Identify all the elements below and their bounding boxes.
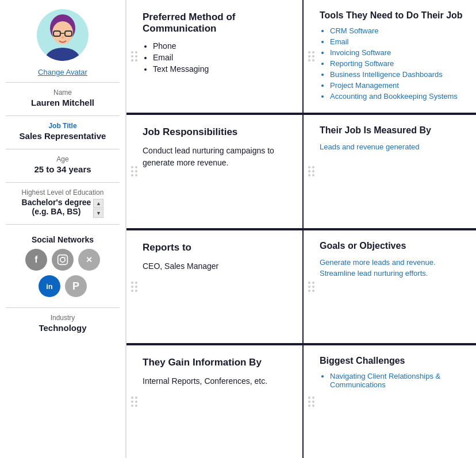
svg-point-8 [60, 257, 65, 262]
divider-3 [6, 149, 120, 149]
tools-list: CRM Software Email Invoicing Software Re… [320, 26, 465, 101]
r-drag-handle-3[interactable] [308, 282, 314, 292]
comm-card-title: Preferred Method of Communication [143, 11, 291, 34]
drag-handle-4[interactable] [131, 397, 137, 407]
tool-7: Accounting and Bookkeeping Systems [330, 92, 465, 101]
svg-rect-7 [58, 255, 68, 265]
comm-item-2: Email [153, 53, 291, 62]
education-label: Highest Level of Education [22, 188, 104, 197]
social-row-1: f ✕ [6, 249, 120, 271]
industry-value: Technology [39, 323, 86, 333]
info-card-title: They Gain Information By [143, 357, 291, 368]
svg-point-6 [45, 48, 80, 61]
r-drag-handle-2[interactable] [308, 166, 314, 176]
divider-4 [6, 182, 120, 183]
facebook-icon[interactable]: f [25, 249, 47, 271]
age-label: Age [56, 155, 68, 163]
education-value: Bachelor's degree(e.g. BA, BS) [22, 198, 91, 216]
info-card: They Gain Information By Internal Report… [126, 345, 302, 458]
r-drag-handle-4[interactable] [308, 397, 314, 407]
right-column: Tools They Need to Do Their Job CRM Soft… [304, 0, 476, 458]
info-card-text: Internal Reports, Conferences, etc. [143, 375, 291, 387]
comm-item-1: Phone [153, 41, 291, 51]
name-label: Name [53, 88, 72, 97]
social-section: Social Networks f ✕ in P [6, 235, 120, 302]
reports-card-title: Reports to [143, 242, 291, 253]
svg-point-5 [62, 36, 64, 39]
tool-4: Reporting Software [330, 59, 465, 68]
linkedin-icon[interactable]: in [39, 275, 60, 297]
comm-item-3: Text Messaging [153, 64, 291, 74]
responsibilities-card-title: Job Responsibilities [143, 126, 291, 138]
drag-handle-1[interactable] [131, 51, 137, 61]
tools-card-title: Tools They Need to Do Their Job [320, 10, 465, 21]
social-title: Social Networks [6, 235, 120, 244]
responsibilities-card-text: Conduct lead nurturing campaigns to gene… [143, 145, 291, 169]
education-row: Bachelor's degree(e.g. BA, BS) ▲ ▼ [22, 198, 104, 218]
edu-arrow-down[interactable]: ▼ [93, 209, 103, 218]
divider-5 [6, 224, 120, 225]
tool-5: Business Intelligence Dashboards [330, 70, 465, 79]
r-drag-handle-1[interactable] [308, 51, 314, 61]
divider-6 [6, 307, 120, 308]
drag-handle-2[interactable] [131, 166, 137, 176]
measured-card-title: Their Job Is Measured By [320, 125, 465, 136]
comm-card: Preferred Method of Communication Phone … [126, 0, 302, 115]
comm-card-list: Phone Email Text Messaging [143, 41, 291, 74]
edu-arrow-up[interactable]: ▲ [93, 199, 103, 208]
pinterest-icon[interactable]: P [65, 275, 87, 297]
tool-1: CRM Software [330, 26, 465, 35]
reports-card: Reports to CEO, Sales Manager [126, 230, 302, 345]
challenges-card: Biggest Challenges Navigating Client Rel… [304, 345, 476, 458]
drag-handle-3[interactable] [131, 282, 137, 292]
svg-point-1 [52, 21, 73, 44]
goals-card-title: Goals or Objectives [320, 241, 465, 251]
goals-card-text: Generate more leads and revenue. Streaml… [320, 257, 465, 279]
job-title-value: Sales Representative [20, 131, 106, 141]
education-arrows: ▲ ▼ [93, 199, 103, 218]
job-title-label: Job Title [48, 122, 76, 130]
measured-card: Their Job Is Measured By Leads and reven… [304, 115, 476, 230]
industry-label: Industry [51, 314, 75, 322]
measured-card-text: Leads and revenue generated [320, 141, 465, 153]
svg-point-9 [65, 257, 66, 258]
challenges-list: Navigating Client Relationships & Commun… [320, 372, 465, 389]
social-row-2: in P [6, 275, 120, 297]
challenges-card-title: Biggest Challenges [320, 356, 465, 366]
tool-2: Email [330, 37, 465, 46]
goals-card: Goals or Objectives Generate more leads … [304, 230, 476, 345]
divider-1 [6, 82, 120, 83]
responsibilities-card: Job Responsibilities Conduct lead nurtur… [126, 115, 302, 230]
tool-6: Project Management [330, 81, 465, 90]
divider-2 [6, 116, 120, 116]
age-value: 25 to 34 years [34, 164, 91, 174]
x-icon[interactable]: ✕ [78, 249, 100, 271]
challenge-1: Navigating Client Relationships & Commun… [330, 372, 465, 389]
avatar-wrap [37, 9, 89, 61]
left-column: Change Avatar Name Lauren Mitchell Job T… [0, 0, 126, 458]
instagram-icon[interactable] [52, 249, 74, 271]
change-avatar-link[interactable]: Change Avatar [38, 68, 87, 76]
name-value: Lauren Mitchell [31, 98, 94, 107]
middle-column: Preferred Method of Communication Phone … [126, 0, 304, 458]
avatar [37, 9, 89, 61]
tool-3: Invoicing Software [330, 48, 465, 57]
tools-card: Tools They Need to Do Their Job CRM Soft… [304, 0, 476, 115]
reports-card-text: CEO, Sales Manager [143, 260, 291, 272]
